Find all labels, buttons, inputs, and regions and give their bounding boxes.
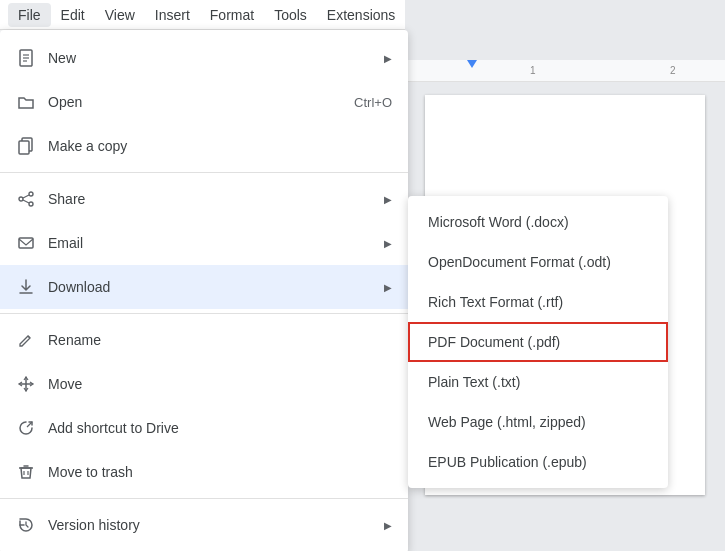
menubar-file[interactable]: File	[8, 3, 51, 27]
shortcut-icon	[16, 418, 36, 438]
new-arrow	[384, 51, 392, 65]
svg-line-13	[28, 336, 30, 338]
menubar-insert[interactable]: Insert	[145, 3, 200, 27]
menu-version-history-label: Version history	[48, 517, 372, 533]
download-rtf-label: Rich Text Format (.rtf)	[428, 294, 563, 310]
download-txt[interactable]: Plain Text (.txt)	[408, 362, 668, 402]
move-icon	[16, 374, 36, 394]
download-word-label: Microsoft Word (.docx)	[428, 214, 569, 230]
menu-move-trash-label: Move to trash	[48, 464, 392, 480]
open-shortcut: Ctrl+O	[354, 95, 392, 110]
divider-3	[0, 498, 408, 499]
menu-item-add-shortcut[interactable]: Add shortcut to Drive	[0, 406, 408, 450]
menu-item-email[interactable]: Email	[0, 221, 408, 265]
ruler-indent-marker[interactable]	[467, 60, 477, 68]
divider-2	[0, 313, 408, 314]
menu-item-make-copy[interactable]: Make a copy	[0, 124, 408, 168]
download-icon	[16, 277, 36, 297]
file-dropdown-menu: New Open Ctrl+O Make a copy	[0, 30, 408, 551]
menu-download-label: Download	[48, 279, 372, 295]
open-folder-icon	[16, 92, 36, 112]
copy-icon	[16, 136, 36, 156]
menu-share-label: Share	[48, 191, 372, 207]
ruler-mark-2: 2	[670, 65, 676, 76]
download-submenu: Microsoft Word (.docx) OpenDocument Form…	[408, 196, 668, 488]
menu-item-share[interactable]: Share	[0, 177, 408, 221]
new-doc-icon	[16, 48, 36, 68]
version-history-arrow	[384, 518, 392, 532]
share-arrow	[384, 192, 392, 206]
rename-icon	[16, 330, 36, 350]
download-html[interactable]: Web Page (.html, zipped)	[408, 402, 668, 442]
ruler-mark-1: 1	[530, 65, 536, 76]
menubar-view[interactable]: View	[95, 3, 145, 27]
menu-make-copy-label: Make a copy	[48, 138, 392, 154]
menu-item-move[interactable]: Move	[0, 362, 408, 406]
download-word[interactable]: Microsoft Word (.docx)	[408, 202, 668, 242]
menubar-edit[interactable]: Edit	[51, 3, 95, 27]
download-html-label: Web Page (.html, zipped)	[428, 414, 586, 430]
svg-point-7	[29, 202, 33, 206]
svg-rect-5	[19, 141, 29, 154]
divider-1	[0, 172, 408, 173]
menu-email-label: Email	[48, 235, 372, 251]
menu-item-download[interactable]: Download	[0, 265, 408, 309]
menu-open-label: Open	[48, 94, 342, 110]
menu-add-shortcut-label: Add shortcut to Drive	[48, 420, 392, 436]
download-txt-label: Plain Text (.txt)	[428, 374, 520, 390]
download-odt[interactable]: OpenDocument Format (.odt)	[408, 242, 668, 282]
menu-item-open[interactable]: Open Ctrl+O	[0, 80, 408, 124]
share-icon	[16, 189, 36, 209]
menu-new-label: New	[48, 50, 372, 66]
menu-item-new[interactable]: New	[0, 36, 408, 80]
svg-line-9	[23, 195, 29, 198]
download-pdf[interactable]: PDF Document (.pdf)	[408, 322, 668, 362]
email-arrow	[384, 236, 392, 250]
download-rtf[interactable]: Rich Text Format (.rtf)	[408, 282, 668, 322]
download-epub[interactable]: EPUB Publication (.epub)	[408, 442, 668, 482]
menu-rename-label: Rename	[48, 332, 392, 348]
menu-item-rename[interactable]: Rename	[0, 318, 408, 362]
email-icon	[16, 233, 36, 253]
svg-point-6	[29, 192, 33, 196]
svg-rect-11	[19, 238, 33, 248]
download-pdf-label: PDF Document (.pdf)	[428, 334, 560, 350]
history-icon	[16, 515, 36, 535]
trash-icon	[16, 462, 36, 482]
download-arrow	[384, 280, 392, 294]
svg-point-8	[19, 197, 23, 201]
svg-line-10	[23, 200, 29, 203]
menu-item-version-history[interactable]: Version history	[0, 503, 408, 547]
download-epub-label: EPUB Publication (.epub)	[428, 454, 587, 470]
menubar-format[interactable]: Format	[200, 3, 264, 27]
menu-move-label: Move	[48, 376, 392, 392]
download-odt-label: OpenDocument Format (.odt)	[428, 254, 611, 270]
menu-item-move-trash[interactable]: Move to trash	[0, 450, 408, 494]
menubar-extensions[interactable]: Extensions	[317, 3, 405, 27]
menubar-tools[interactable]: Tools	[264, 3, 317, 27]
